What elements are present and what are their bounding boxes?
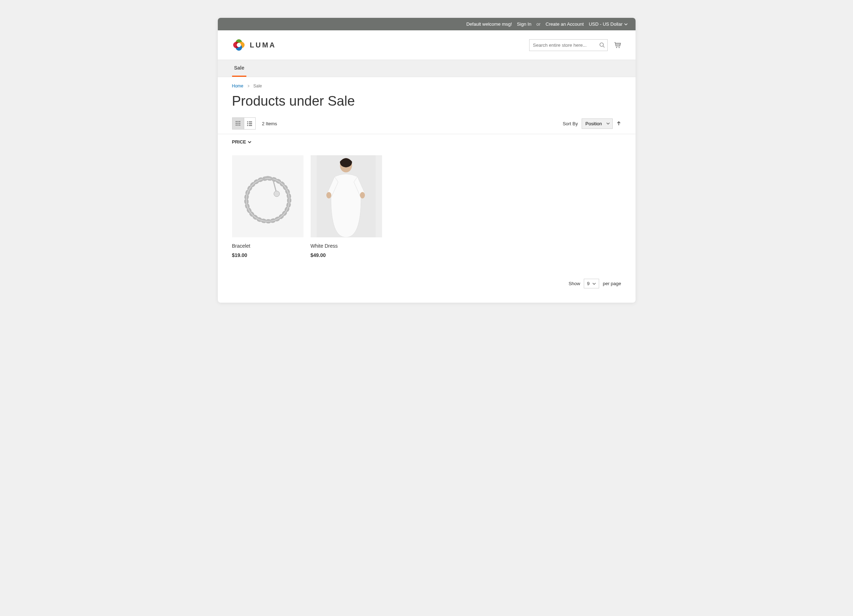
item-count: 2 Items	[262, 121, 278, 126]
breadcrumb: Home Sale	[218, 77, 636, 88]
svg-line-6	[603, 46, 604, 47]
breadcrumb-current: Sale	[253, 83, 262, 88]
product-grid: Bracelet $19.00 White Dress $49.00	[218, 148, 636, 272]
header-right	[529, 39, 621, 51]
limiter-select[interactable]: 9	[584, 279, 599, 288]
sign-in-link[interactable]: Sign In	[517, 21, 531, 27]
grid-view-button[interactable]	[232, 118, 244, 129]
nav-bar: Sale	[218, 60, 636, 77]
currency-switcher[interactable]: USD - US Dollar	[589, 21, 628, 27]
product-card-white-dress[interactable]: White Dress $49.00	[311, 155, 382, 258]
logo-icon	[232, 38, 246, 52]
toolbar-left: 2 Items	[232, 117, 278, 130]
list-view-button[interactable]	[244, 118, 255, 129]
or-separator: or	[536, 21, 540, 27]
logo[interactable]: LUMA	[232, 38, 276, 52]
product-name: Bracelet	[232, 243, 304, 249]
price-filter[interactable]: PRICE	[218, 134, 636, 148]
svg-point-33	[360, 192, 365, 198]
product-price: $49.00	[311, 252, 382, 258]
svg-point-9	[616, 47, 617, 48]
sort-by-label: Sort By	[563, 121, 578, 126]
page-title: Products under Sale	[218, 88, 636, 117]
svg-rect-21	[249, 121, 252, 123]
toolbar: 2 Items Sort By Position	[218, 117, 636, 134]
page-frame: Default welcome msg! Sign In or Create a…	[218, 18, 636, 303]
chevron-right-icon	[247, 85, 250, 88]
grid-icon	[236, 121, 241, 126]
svg-point-5	[600, 43, 603, 46]
chevron-down-icon	[592, 282, 596, 286]
limiter-value: 9	[587, 281, 589, 286]
svg-rect-18	[237, 124, 238, 126]
per-page-label: per page	[603, 281, 621, 286]
logo-text: LUMA	[250, 41, 276, 49]
product-image	[232, 155, 304, 237]
chevron-down-icon	[247, 140, 252, 144]
arrow-up-icon	[616, 121, 621, 126]
currency-label: USD - US Dollar	[589, 21, 623, 27]
svg-rect-11	[236, 121, 237, 122]
panel-header: Default welcome msg! Sign In or Create a…	[218, 18, 636, 30]
show-label: Show	[568, 281, 580, 286]
search-input[interactable]	[529, 39, 608, 51]
svg-rect-13	[239, 121, 240, 122]
svg-rect-17	[236, 124, 237, 126]
product-name: White Dress	[311, 243, 382, 249]
svg-rect-12	[237, 121, 238, 122]
view-mode-group	[232, 117, 256, 130]
header-main: LUMA	[218, 30, 636, 60]
sort-direction-button[interactable]	[616, 121, 621, 126]
svg-point-10	[618, 47, 619, 48]
chevron-down-icon	[624, 23, 628, 26]
svg-rect-15	[237, 123, 238, 124]
search-icon[interactable]	[599, 42, 605, 48]
cart-icon[interactable]	[613, 41, 621, 49]
breadcrumb-home[interactable]: Home	[232, 83, 243, 88]
sort-by-select[interactable]: Position	[581, 118, 613, 129]
svg-rect-22	[247, 123, 248, 124]
toolbar-bottom: Show 9 per page	[218, 272, 636, 303]
svg-point-27	[246, 179, 289, 221]
price-filter-label: PRICE	[232, 139, 246, 145]
svg-point-4	[237, 43, 241, 47]
product-price: $19.00	[232, 252, 304, 258]
svg-point-32	[326, 192, 331, 198]
list-icon	[247, 121, 252, 126]
sort-by-select-wrap: Position	[581, 118, 613, 129]
toolbar-right: Sort By Position	[563, 118, 621, 129]
svg-rect-16	[239, 123, 240, 124]
svg-point-29	[274, 191, 279, 197]
svg-line-28	[273, 180, 276, 191]
create-account-link[interactable]: Create an Account	[546, 21, 584, 27]
product-card-bracelet[interactable]: Bracelet $19.00	[232, 155, 304, 258]
svg-rect-24	[247, 125, 248, 126]
nav-tab-sale[interactable]: Sale	[232, 60, 247, 77]
svg-rect-23	[249, 123, 252, 124]
svg-rect-14	[236, 123, 237, 124]
product-image	[311, 155, 382, 237]
welcome-msg: Default welcome msg!	[466, 21, 512, 27]
svg-rect-19	[239, 124, 240, 126]
svg-rect-20	[247, 121, 248, 123]
svg-rect-25	[249, 125, 252, 126]
search-box	[529, 39, 608, 51]
